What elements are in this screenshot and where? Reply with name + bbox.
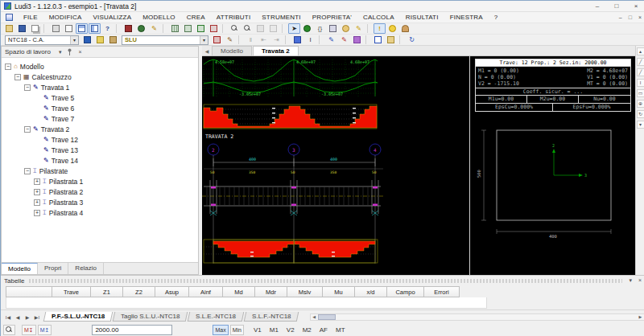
zoom-out-icon[interactable]	[242, 23, 254, 34]
col-asup[interactable]: Asup	[155, 286, 189, 297]
mdi-minimize-icon[interactable]: –	[619, 14, 622, 20]
tree-item-travata1[interactable]: −✎Travata 1	[3, 82, 198, 92]
tree-item-trave6[interactable]: ✎Trave 6	[3, 103, 198, 113]
menu-visualizza[interactable]: VISUALIZZA	[87, 14, 137, 21]
menu-finestra[interactable]: FINESTRA	[444, 14, 489, 21]
table-check-icon[interactable]	[211, 35, 223, 45]
node-tool-icon[interactable]: ⊕	[637, 100, 644, 108]
pencil-blue-icon[interactable]: ✎	[325, 35, 337, 45]
tree-item-calcestruzzo[interactable]: −▦Calcestruzzo	[3, 72, 198, 82]
expand-icon[interactable]: +	[34, 210, 40, 216]
tab-proprieta[interactable]: Propri	[38, 263, 68, 274]
menu-strumenti[interactable]: STRUMENTI	[256, 14, 306, 21]
menu-file[interactable]: FILE	[18, 14, 43, 21]
doc-yellow-icon[interactable]	[94, 35, 106, 45]
panel-grip[interactable]	[29, 279, 622, 283]
horizontal-scrollbar[interactable]: ◀ ▶	[310, 313, 644, 321]
minimize-icon[interactable]: –	[592, 2, 603, 10]
jump-min-icon[interactable]: M↧	[22, 325, 36, 335]
table-small-icon[interactable]	[327, 23, 339, 34]
tree-item-trave14[interactable]: ✎Trave 14	[3, 155, 198, 166]
expand-icon[interactable]: +	[34, 199, 40, 206]
select-arrow-icon[interactable]: ➤	[288, 23, 300, 34]
tab-relazione[interactable]: Relazio	[68, 263, 104, 274]
rect-white-icon[interactable]	[372, 35, 384, 45]
table-remove-icon[interactable]	[208, 23, 220, 34]
pencil-yellow-icon[interactable]: ✎	[353, 23, 365, 34]
table-add-icon[interactable]	[195, 23, 207, 34]
tree-item-pilastrata1[interactable]: +⌶Pilastrata 1	[3, 176, 198, 186]
pin-icon[interactable]	[67, 48, 72, 55]
swap-left-icon[interactable]: ⇤	[258, 35, 270, 45]
close-icon[interactable]: ×	[638, 277, 642, 284]
collapse-icon[interactable]: −	[24, 84, 31, 91]
next-sheet-icon[interactable]: ▶	[23, 314, 31, 320]
last-sheet-icon[interactable]: ▶I	[33, 314, 41, 320]
sheet-tab-pf-slu[interactable]: P.F.-S.L.U.-NTC18	[43, 312, 114, 322]
copy-icon[interactable]	[29, 23, 41, 34]
print-preview-icon[interactable]	[50, 23, 62, 34]
context-help-icon[interactable]: ?	[101, 23, 114, 34]
menu-crea[interactable]: CREA	[181, 14, 211, 21]
collapse-icon[interactable]: −	[24, 168, 31, 174]
doc-tab-travata2[interactable]: Travata 2	[253, 46, 299, 55]
window-tile-icon[interactable]	[76, 23, 88, 34]
prev-sheet-icon[interactable]: ◀	[14, 314, 22, 320]
mdi-close-icon[interactable]: ×	[638, 14, 642, 20]
chevron-down-icon[interactable]: ▾	[629, 277, 632, 284]
refresh-icon[interactable]: ↻	[406, 35, 418, 45]
code-select[interactable]: NTC18 - C.A.▾	[5, 35, 79, 45]
scroll-up-icon[interactable]: ▴	[637, 47, 644, 55]
tree-item-trave5[interactable]: ✎Trave 5	[3, 92, 198, 103]
zoom-table-icon[interactable]	[3, 325, 15, 335]
open-icon[interactable]	[3, 23, 15, 34]
doc-book-icon[interactable]	[107, 35, 119, 45]
tree-item-pilastrata2[interactable]: +⌶Pilastrata 2	[3, 186, 198, 197]
swap-right-icon[interactable]: ⇥	[270, 35, 283, 45]
tree-item-pilastrata3[interactable]: +⌶Pilastrata 3	[3, 197, 198, 207]
jump-max-icon[interactable]: M↥	[38, 325, 52, 335]
menu-modello[interactable]: MODELLO	[137, 14, 181, 21]
section-position-input[interactable]	[92, 325, 172, 335]
min-button[interactable]: Min	[230, 325, 244, 335]
combination-select[interactable]: SLU▾	[122, 35, 208, 45]
save-icon[interactable]	[16, 23, 28, 34]
tree-item-trave7[interactable]: ✎Trave 7	[3, 113, 198, 124]
tree-item-pilastrate[interactable]: −⌶Pilastrate	[3, 166, 198, 176]
restore-icon[interactable]: □	[611, 2, 622, 10]
world-green-icon[interactable]	[301, 23, 313, 34]
pencil-red-icon[interactable]: ✎	[338, 35, 350, 45]
col-ainf[interactable]: Ainf	[189, 286, 223, 297]
text-tool-icon[interactable]: I	[637, 79, 644, 87]
flag-icon[interactable]	[81, 35, 93, 45]
scroll-right-icon[interactable]: ▶	[637, 314, 644, 319]
tree-item-trave12[interactable]: ✎Trave 12	[3, 134, 198, 145]
col-xd[interactable]: x/d	[355, 286, 387, 297]
sheet-tab-taglio-slu[interactable]: Taglio S.L.U.-NTC18	[113, 312, 188, 322]
toggle-mt[interactable]: MT	[332, 326, 349, 334]
chevron-down-icon[interactable]: ▾	[200, 36, 208, 44]
scrollbar-thumb[interactable]	[318, 314, 336, 320]
eraser-icon[interactable]: ▭	[637, 89, 644, 97]
sheet-tab-sle[interactable]: S.L.E.-NTC18	[188, 312, 244, 322]
column-section-icon[interactable]	[291, 35, 303, 45]
line-icon[interactable]: ╱	[637, 58, 644, 66]
expand-icon[interactable]: +	[34, 189, 40, 195]
col-mslv[interactable]: Mslv	[287, 286, 323, 297]
bulb-icon[interactable]	[386, 23, 398, 34]
toggle-v1[interactable]: V1	[250, 326, 265, 334]
scroll-left-icon[interactable]: ◀	[311, 314, 318, 319]
folder-open-icon[interactable]	[385, 35, 397, 45]
pan-icon[interactable]	[254, 23, 266, 34]
tree-item-trave13[interactable]: ✎Trave 13	[3, 145, 198, 155]
menu-calcola[interactable]: CALCOLA	[357, 14, 400, 21]
col-campo[interactable]: Campo	[387, 286, 424, 297]
collapse-icon[interactable]: −	[14, 74, 21, 80]
col-rowselector[interactable]	[6, 286, 52, 297]
col-errori[interactable]: Errori	[424, 286, 460, 297]
table-grid-icon[interactable]	[169, 23, 181, 34]
mdi-restore-icon[interactable]: □	[629, 14, 632, 20]
tab-modello[interactable]: Modello	[2, 263, 38, 274]
ibeam-icon[interactable]: I	[304, 35, 316, 45]
table-up-icon[interactable]	[182, 23, 194, 34]
